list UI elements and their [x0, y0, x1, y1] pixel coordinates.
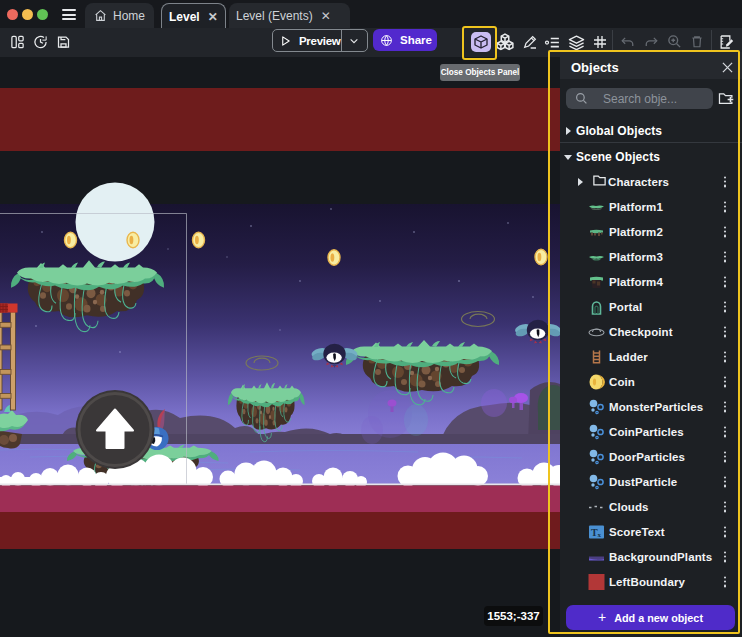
svg-text:x: x — [598, 531, 602, 539]
